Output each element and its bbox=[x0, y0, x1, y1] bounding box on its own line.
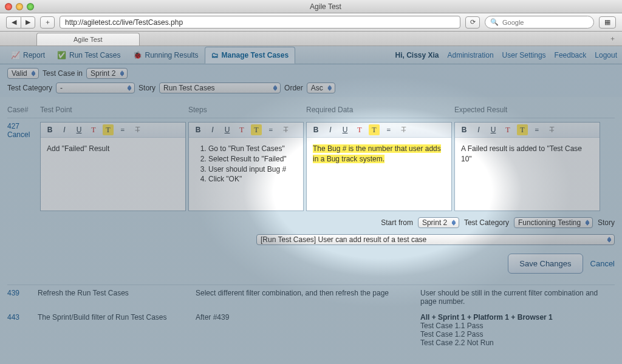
column-headers: Case# Test Point Steps Required Data Exp… bbox=[7, 102, 615, 118]
underline-icon[interactable]: U bbox=[340, 124, 350, 135]
editor-reqdata: B I U T T ≡ T̶ The Bug # is the number t… bbox=[306, 122, 452, 211]
textcolor-icon[interactable]: T bbox=[502, 124, 513, 135]
clearformat-icon[interactable]: T̶ bbox=[398, 124, 409, 135]
search-placeholder: Google bbox=[502, 19, 524, 26]
cancel-link[interactable]: Cancel bbox=[590, 259, 615, 268]
editor-steps: B I U T T ≡ T̶ Go to "Run Test Cases" Se… bbox=[188, 122, 304, 211]
story-select[interactable]: Run Test Cases bbox=[159, 83, 281, 93]
editor-toolbar: B I U T T ≡ T̶ bbox=[41, 123, 185, 138]
highlight-icon[interactable]: T bbox=[103, 124, 114, 135]
minimize-icon[interactable] bbox=[16, 3, 23, 10]
grid-icon: 🗂 bbox=[211, 51, 219, 59]
window-title: Agile Test bbox=[34, 2, 617, 11]
meta-row-1: Start from Sprint 2 Test Category Functi… bbox=[7, 217, 615, 228]
url-bar[interactable]: http://agiletest.cc/live/TestCases.php bbox=[60, 16, 460, 29]
browser-tab[interactable]: Agile Test bbox=[36, 33, 140, 46]
app-container: 📈Report ✅Run Test Cases 🐞Running Results… bbox=[0, 46, 622, 364]
bold-icon[interactable]: B bbox=[193, 124, 203, 135]
meta-story-select[interactable]: [Run Test Cases] User can add result of … bbox=[256, 234, 615, 245]
label-order: Order bbox=[284, 84, 303, 92]
actions-row: Save Changes Cancel bbox=[7, 254, 615, 274]
zoom-icon[interactable] bbox=[27, 3, 34, 10]
search-icon: 🔍 bbox=[490, 18, 499, 26]
list-icon[interactable]: ≡ bbox=[383, 124, 394, 135]
browser-toolbar: ◀ ▶ ＋ http://agiletest.cc/live/TestCases… bbox=[0, 13, 622, 32]
case-id[interactable]: 443 bbox=[7, 313, 38, 347]
link-user-settings[interactable]: User Settings bbox=[502, 51, 546, 59]
highlight-icon[interactable]: T bbox=[251, 124, 262, 135]
clearformat-icon[interactable]: T̶ bbox=[280, 124, 291, 135]
filter-bar: Valid Test Case in Sprint 2 Test Categor… bbox=[0, 64, 622, 97]
highlight-icon[interactable]: T bbox=[517, 124, 528, 135]
col-expected: Expected Result bbox=[454, 106, 600, 114]
bug-icon: 🐞 bbox=[133, 51, 142, 59]
url-text: http://agiletest.cc/live/TestCases.php bbox=[65, 18, 183, 27]
italic-icon[interactable]: I bbox=[207, 124, 218, 135]
italic-icon[interactable]: I bbox=[325, 124, 336, 135]
checklist-icon: ✅ bbox=[57, 51, 66, 59]
start-from-select[interactable]: Sprint 2 bbox=[418, 217, 459, 228]
step-item: Select Result to "Failed" bbox=[208, 154, 297, 164]
greeting: Hi, Cissy Xia bbox=[395, 51, 439, 59]
new-tab-button[interactable]: ＋ bbox=[603, 32, 622, 46]
tab-manage-test-cases[interactable]: 🗂Manage Test Cases bbox=[205, 47, 296, 64]
italic-icon[interactable]: I bbox=[59, 124, 70, 135]
back-button[interactable]: ◀ bbox=[6, 16, 21, 29]
list-icon[interactable]: ≡ bbox=[265, 124, 276, 135]
underline-icon[interactable]: U bbox=[222, 124, 233, 135]
underline-icon[interactable]: U bbox=[488, 124, 499, 135]
case-expected: User should be still in the current filt… bbox=[420, 289, 603, 306]
editor-expected: B I U T T ≡ T̶ A Failed result is added … bbox=[454, 122, 600, 211]
list-icon[interactable]: ≡ bbox=[531, 124, 542, 135]
case-testpoint: The Sprint/Build filter of Run Test Case… bbox=[38, 313, 196, 347]
textcolor-icon[interactable]: T bbox=[236, 124, 247, 135]
window-titlebar: Agile Test bbox=[0, 0, 622, 13]
label-start-from: Start from bbox=[381, 218, 413, 227]
editor-expected-body[interactable]: A Failed result is added to "Test Case 1… bbox=[455, 138, 600, 211]
tab-running-results[interactable]: 🐞Running Results bbox=[127, 47, 205, 63]
editor-testpoint: B I U T T ≡ T̶ Add "Failed" Result bbox=[40, 122, 186, 211]
bold-icon[interactable]: B bbox=[44, 124, 55, 135]
underline-icon[interactable]: U bbox=[73, 124, 84, 135]
col-reqdata: Required Data bbox=[306, 106, 452, 114]
reload-button[interactable]: ⟳ bbox=[465, 16, 480, 29]
list-icon[interactable]: ≡ bbox=[117, 124, 128, 135]
bold-icon[interactable]: B bbox=[310, 124, 321, 135]
editor-testpoint-body[interactable]: Add "Failed" Result bbox=[41, 138, 185, 211]
order-select[interactable]: Asc bbox=[307, 83, 335, 93]
valid-select[interactable]: Valid bbox=[7, 68, 39, 79]
textcolor-icon[interactable]: T bbox=[354, 124, 365, 135]
link-logout[interactable]: Logout bbox=[595, 51, 617, 59]
italic-icon[interactable]: I bbox=[473, 124, 484, 135]
clearformat-icon[interactable]: T̶ bbox=[546, 124, 557, 135]
meta-category-select[interactable]: Functioning Testing bbox=[514, 217, 593, 228]
tab-overview-button[interactable]: ▦ bbox=[599, 16, 616, 29]
bold-icon[interactable]: B bbox=[459, 124, 470, 135]
forward-button[interactable]: ▶ bbox=[21, 16, 35, 29]
label-testcase-in: Test Case in bbox=[43, 69, 83, 78]
label-meta-category: Test Category bbox=[464, 218, 509, 227]
case-steps: After #439 bbox=[196, 313, 420, 347]
meta-row-2: [Run Test Cases] User can add result of … bbox=[7, 234, 615, 245]
case-expected: All + Sprint 1 + Platform 1 + Browser 1 … bbox=[420, 313, 603, 347]
category-select[interactable]: - bbox=[56, 83, 135, 93]
highlight-icon[interactable]: T bbox=[369, 124, 380, 135]
link-feedback[interactable]: Feedback bbox=[555, 51, 587, 59]
editor-toolbar: B I U T T ≡ T̶ bbox=[307, 123, 451, 138]
case-id[interactable]: 427 bbox=[7, 122, 19, 130]
sprint-select[interactable]: Sprint 2 bbox=[86, 68, 128, 79]
textcolor-icon[interactable]: T bbox=[88, 124, 99, 135]
tab-run-test-cases[interactable]: ✅Run Test Cases bbox=[51, 47, 127, 63]
chart-icon: 📈 bbox=[11, 51, 20, 59]
close-icon[interactable] bbox=[5, 3, 12, 10]
tab-report[interactable]: 📈Report bbox=[5, 47, 51, 63]
clearformat-icon[interactable]: T̶ bbox=[132, 124, 143, 135]
editor-reqdata-body[interactable]: The Bug # is the number that user adds i… bbox=[307, 138, 451, 211]
link-administration[interactable]: Administration bbox=[448, 51, 494, 59]
add-bookmark-button[interactable]: ＋ bbox=[40, 16, 55, 29]
editor-steps-body[interactable]: Go to "Run Test Cases" Select Result to … bbox=[189, 138, 303, 211]
case-cancel-link[interactable]: Cancel bbox=[7, 130, 38, 139]
search-bar[interactable]: 🔍 Google bbox=[485, 16, 594, 29]
case-id[interactable]: 439 bbox=[7, 289, 38, 306]
save-button[interactable]: Save Changes bbox=[508, 254, 583, 274]
